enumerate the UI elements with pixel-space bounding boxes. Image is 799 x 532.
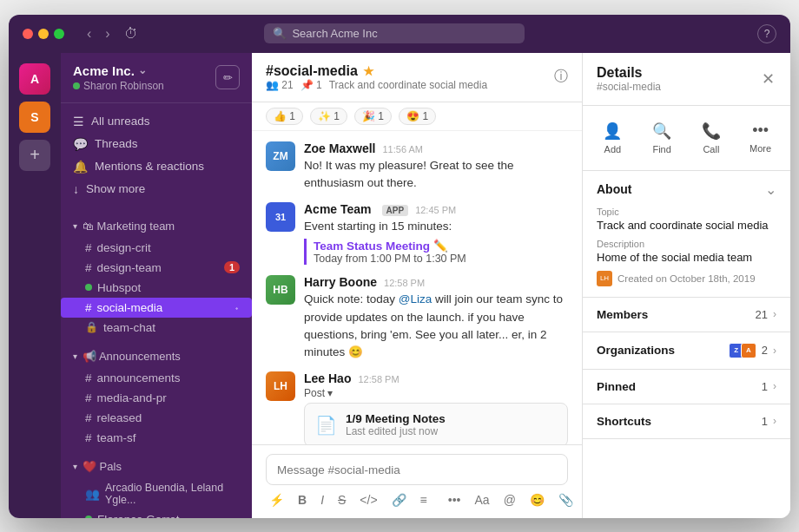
channel-team-chat[interactable]: 🔒 team-chat	[61, 318, 252, 338]
mention-link[interactable]: @Liza	[399, 292, 432, 305]
reaction-heart-eyes[interactable]: 😍 1	[399, 108, 436, 125]
show-more-icon: ↓	[73, 182, 79, 196]
reaction-party[interactable]: 🎉 1	[354, 108, 392, 125]
channel-team-sf[interactable]: # team-sf	[61, 428, 252, 448]
channel-arcadio[interactable]: 👥 Arcadio Buendia, Leland Ygle...	[61, 478, 252, 509]
search-icon: 🔍	[273, 27, 287, 40]
find-button[interactable]: 🔍 Find	[639, 116, 685, 160]
code-button[interactable]: </>	[356, 490, 380, 509]
forward-button[interactable]: ›	[100, 24, 115, 43]
members-label: Members	[597, 308, 648, 321]
organizations-row[interactable]: Organizations Z A 2 ›	[583, 332, 790, 370]
close-details-button[interactable]: ✕	[760, 68, 776, 90]
section-marketing[interactable]: ▾ 🛍 Marketing team	[61, 214, 252, 238]
message-row: ZM Zoe Maxwell 11:56 AM No! It was my pl…	[266, 141, 568, 193]
channel-florence[interactable]: Florence Garret	[61, 509, 252, 518]
message-input[interactable]	[277, 463, 557, 476]
hash-icon: #	[85, 391, 92, 404]
description-value: Home of the social media team	[597, 251, 776, 264]
hash-icon: #	[85, 241, 92, 254]
post-subtitle: Last edited just now	[346, 425, 446, 437]
post-info: 1/9 Meeting Notes Last edited just now	[346, 412, 446, 437]
input-toolbar: ⚡ B I S </> 🔗 ≡ ••• Aa @ 😊 📎	[266, 490, 568, 509]
more-details-button[interactable]: ••• More	[737, 116, 783, 160]
message-header: Harry Boone 12:58 PM	[304, 275, 568, 289]
history-button[interactable]: ⏱	[119, 24, 143, 43]
details-actions: 👤 Add 🔍 Find 📞 Call ••• More	[583, 106, 790, 171]
reaction-sparkles[interactable]: ✨ 1	[310, 108, 347, 125]
message-input-box[interactable]	[266, 454, 568, 485]
org-avatar-orange: A	[741, 343, 756, 358]
details-header: Details #social-media ✕	[583, 53, 790, 106]
organizations-right: Z A 2 ›	[729, 343, 776, 358]
add-workspace-button[interactable]: +	[19, 140, 50, 171]
message-time: 12:58 PM	[358, 374, 399, 384]
workspace-name[interactable]: Acme Inc. ⌄	[73, 63, 164, 78]
hash-icon: #	[85, 431, 92, 444]
members-row[interactable]: Members 21 ›	[583, 298, 790, 332]
channel-announcements[interactable]: # announcements	[61, 368, 252, 388]
channel-hubspot[interactable]: Hubspot	[61, 278, 252, 298]
organizations-label: Organizations	[597, 344, 675, 357]
attachment-button[interactable]: 📎	[555, 490, 577, 509]
workspace-icon-primary[interactable]: A	[19, 63, 50, 95]
minimize-button[interactable]	[38, 29, 49, 39]
strikethrough-button[interactable]: S	[334, 490, 349, 509]
maximize-button[interactable]	[54, 29, 64, 39]
shortcuts-label: Shortcuts	[597, 415, 651, 428]
emoji-button[interactable]: 😊	[526, 490, 548, 509]
find-icon: 🔍	[652, 122, 671, 141]
italic-button[interactable]: I	[317, 490, 327, 509]
search-bar[interactable]: 🔍 Search Acme Inc	[264, 23, 525, 43]
details-title: Details	[597, 65, 661, 81]
info-button[interactable]: ⓘ	[554, 68, 568, 86]
link-button[interactable]: 🔗	[388, 490, 410, 509]
more-options-button[interactable]: •••	[445, 490, 465, 509]
message-time: 11:56 AM	[382, 144, 422, 154]
back-button[interactable]: ‹	[82, 24, 96, 43]
message-row: LH Lee Hao 12:58 PM Post ▾ 📄 1/9 Mee	[266, 371, 568, 443]
section-announcements[interactable]: ▾ 📢 Announcements	[61, 345, 252, 368]
collapse-icon[interactable]: ⌄	[765, 181, 776, 198]
sidebar-item-mentions[interactable]: 🔔 Mentions & reactions	[61, 155, 252, 178]
mention-button[interactable]: @	[500, 490, 519, 509]
message-time: 12:45 PM	[415, 205, 456, 215]
workspace-icon-secondary[interactable]: S	[19, 102, 50, 133]
channel-released[interactable]: # released	[61, 408, 252, 428]
lightning-button[interactable]: ⚡	[266, 490, 287, 509]
avatar: LH	[266, 371, 295, 401]
post-card[interactable]: 📄 1/9 Meeting Notes Last edited just now	[304, 403, 568, 443]
section-pals[interactable]: ▾ ❤️ Pals	[61, 455, 252, 478]
sidebar-item-show-more[interactable]: ↓ Show more	[61, 178, 252, 200]
help-button[interactable]: ?	[757, 24, 776, 43]
group-icon: 👥	[85, 487, 100, 501]
font-button[interactable]: Aa	[472, 490, 493, 509]
nav-buttons: ‹ › ⏱	[82, 24, 143, 43]
shortcuts-row[interactable]: Shortcuts 1 ›	[583, 404, 790, 439]
sidebar-item-threads[interactable]: 💬 Threads	[61, 133, 252, 155]
bold-button[interactable]: B	[294, 490, 310, 509]
close-button[interactable]	[23, 29, 33, 39]
channel-social-media[interactable]: # social-media ⬩	[61, 298, 252, 318]
add-member-button[interactable]: 👤 Add	[590, 116, 636, 160]
workspace-header: Acme Inc. ⌄ Sharon Robinson ✏	[61, 53, 252, 103]
section-chevron-icon-3: ▾	[73, 462, 77, 471]
section-chevron-icon: ▾	[73, 221, 77, 231]
threads-icon: 💬	[73, 137, 88, 151]
channel-design-crit[interactable]: # design-crit	[61, 238, 252, 258]
compose-button[interactable]: ✏	[215, 65, 240, 89]
event-card: Team Status Meeting ✏️ Today from 1:00 P…	[304, 239, 568, 265]
channel-design-team[interactable]: # design-team 1	[61, 258, 252, 278]
list-button[interactable]: ≡	[417, 490, 431, 509]
chat-area: #social-media ★ 👥 21 📌 1 Track and coord…	[252, 53, 582, 518]
post-label: Post ▾	[304, 387, 568, 399]
details-panel: Details #social-media ✕ 👤 Add 🔍 Find 📞 C…	[582, 53, 790, 518]
channel-media-and-pr[interactable]: # media-and-pr	[61, 388, 252, 408]
reaction-thumbs-up[interactable]: 👍 1	[266, 108, 303, 125]
online-dot-icon	[85, 284, 92, 291]
message-row: 31 Acme Team APP 12:45 PM Event starting…	[266, 202, 568, 265]
call-button[interactable]: 📞 Call	[689, 116, 735, 160]
pinned-label: Pinned	[597, 380, 636, 393]
pinned-row[interactable]: Pinned 1 ›	[583, 370, 790, 404]
sidebar-item-unreads[interactable]: ☰ All unreads	[61, 110, 252, 133]
